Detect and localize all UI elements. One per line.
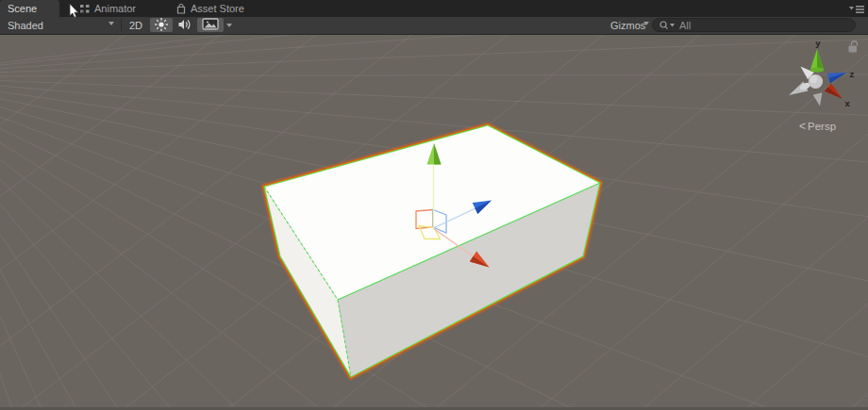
search-icon: [659, 20, 677, 31]
axis-label-x: x: [845, 98, 851, 108]
tab-asset-store-label: Asset Store: [191, 3, 244, 14]
unity-scene-view-window: Scene Animator Asset Store: [0, 0, 868, 410]
axis-widget-hub-highlight: [810, 75, 817, 83]
projection-label: Persp: [808, 121, 836, 132]
scene-viewport[interactable]: y z x < Persp: [0, 35, 868, 410]
tab-animator[interactable]: Animator: [79, 0, 136, 17]
gizmos-label: Gizmos: [610, 20, 645, 31]
chevron-down-icon: [643, 22, 649, 25]
projection-chevron-icon: <: [799, 120, 806, 133]
tab-bar: Scene Animator Asset Store: [0, 0, 868, 17]
search-filter-value: All: [679, 20, 691, 31]
speaker-icon: [177, 18, 192, 33]
effects-dropdown-arrow[interactable]: [224, 18, 235, 32]
chevron-down-icon: [108, 22, 114, 25]
animator-icon: [79, 3, 91, 14]
2d-toggle-button[interactable]: 2D: [125, 18, 147, 32]
shading-mode-label: Shaded: [8, 20, 43, 31]
picture-icon: [202, 18, 219, 32]
asset-store-bag-icon: [175, 3, 187, 15]
scene-toolbar: Shaded 2D: [0, 17, 868, 35]
axis-label-z: z: [850, 69, 855, 79]
chevron-down-icon: [226, 24, 232, 27]
panel-menu-icon[interactable]: [849, 5, 865, 14]
tab-scene[interactable]: Scene: [0, 0, 59, 17]
audio-toggle-button[interactable]: [174, 18, 196, 32]
tab-scene-label: Scene: [8, 3, 37, 14]
tab-animator-label: Animator: [94, 3, 136, 14]
axis-label-y: y: [815, 38, 821, 48]
sun-icon: [154, 17, 169, 34]
gizmos-dropdown[interactable]: Gizmos: [605, 18, 652, 32]
search-input[interactable]: All: [652, 18, 856, 32]
toolbar-divider: [121, 19, 122, 31]
shading-mode-dropdown[interactable]: Shaded: [2, 18, 119, 32]
tab-asset-store[interactable]: Asset Store: [175, 0, 244, 17]
effects-toggle-button[interactable]: [197, 18, 224, 32]
lighting-toggle-button[interactable]: [150, 18, 173, 32]
2d-label: 2D: [129, 20, 142, 31]
projection-toggle[interactable]: < Persp: [799, 120, 836, 133]
